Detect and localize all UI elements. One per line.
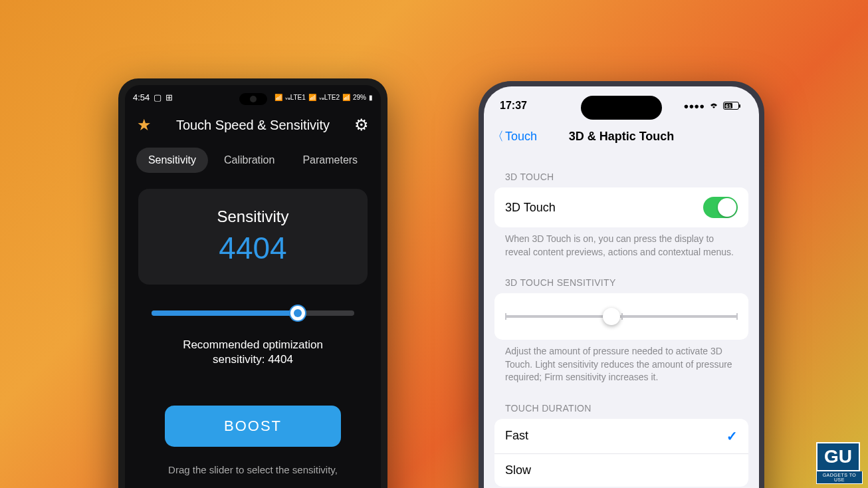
- iphone-device-frame: 17:37 ●●●● 61 〈 Touch 3D & Haptic Touch …: [479, 81, 764, 488]
- slider-tick: [736, 313, 738, 320]
- tab-calibration[interactable]: Calibration: [212, 148, 286, 173]
- wifi-icon: [708, 101, 719, 111]
- row-label: 3D Touch: [505, 201, 556, 215]
- recommendation-text: Recommended optimization sensitivity: 44…: [125, 331, 381, 374]
- section-header-duration: TOUCH DURATION: [484, 384, 759, 419]
- slider-tick: [621, 313, 623, 320]
- chevron-left-icon: 〈: [492, 128, 504, 144]
- watermark: GU GADGETS TO USE: [816, 442, 863, 484]
- signal-icon: ●●●●: [684, 101, 705, 111]
- nav-title: 3D & Haptic Touch: [569, 130, 675, 144]
- back-button[interactable]: 〈 Touch: [492, 128, 537, 144]
- row-3d-touch[interactable]: 3D Touch: [494, 187, 748, 227]
- slider-tick: [505, 313, 506, 320]
- battery-text: 29%: [353, 94, 366, 101]
- option-label: Slow: [505, 463, 531, 477]
- tab-bar: Sensitivity Calibration Parameters: [125, 141, 381, 180]
- tab-parameters[interactable]: Parameters: [290, 148, 370, 173]
- drag-hint: Drag the slider to select the sensitivit…: [125, 447, 381, 475]
- sensitivity-slider[interactable]: [152, 303, 354, 323]
- rec-line1: Recommended optimization: [183, 338, 323, 351]
- app-icon: ⊞: [165, 92, 173, 102]
- option-label: Fast: [505, 429, 528, 443]
- dynamic-island: [581, 96, 662, 120]
- slider-thumb[interactable]: [603, 308, 620, 325]
- footer-sensitivity: Adjust the amount of pressure needed to …: [484, 340, 759, 384]
- tab-sensitivity[interactable]: Sensitivity: [136, 148, 208, 173]
- sensitivity-value: 4404: [152, 230, 354, 266]
- ios-sensitivity-slider[interactable]: [505, 308, 738, 325]
- volte2-icon: ᵥₒLTE2: [319, 94, 340, 101]
- app-title: Touch Speed & Sensitivity: [152, 118, 354, 133]
- sensitivity-slider-row: [494, 293, 748, 340]
- duration-option-fast[interactable]: Fast ✓: [494, 419, 748, 454]
- section-header-3d-touch: 3D TOUCH: [484, 153, 759, 187]
- ios-nav-bar: 〈 Touch 3D & Haptic Touch: [484, 125, 759, 153]
- status-time: 4:54: [133, 92, 150, 102]
- signal-icon: 📶: [308, 94, 316, 101]
- android-screen: 4:54 ▢ ⊞ 📶 ᵥₒLTE1 📶 ᵥₒLTE2 📶 29% ▮ ★ Tou…: [125, 85, 381, 488]
- android-device-frame: 4:54 ▢ ⊞ 📶 ᵥₒLTE1 📶 ᵥₒLTE2 📶 29% ▮ ★ Tou…: [118, 78, 387, 488]
- sensitivity-card: Sensitivity 4404: [138, 189, 368, 285]
- star-icon[interactable]: ★: [137, 116, 152, 134]
- wifi-icon: 📶: [274, 94, 282, 101]
- slider-fill: [152, 310, 294, 316]
- battery-level: 61: [724, 103, 732, 108]
- iphone-screen: 17:37 ●●●● 61 〈 Touch 3D & Haptic Touch …: [484, 86, 759, 488]
- watermark-logo: GU: [816, 442, 860, 471]
- battery-icon: ▮: [369, 94, 373, 101]
- toggle-3d-touch[interactable]: [703, 197, 738, 218]
- volte-icon: ᵥₒLTE1: [285, 94, 306, 101]
- duration-option-slow[interactable]: Slow: [494, 454, 748, 487]
- battery-icon: 61: [723, 102, 739, 110]
- rec-line2: sensitivity: 4404: [213, 353, 293, 366]
- section-header-sensitivity: 3D TOUCH SENSITIVITY: [484, 259, 759, 293]
- checkmark-icon: ✓: [726, 428, 738, 444]
- watermark-tagline: GADGETS TO USE: [816, 471, 863, 484]
- slider-thumb[interactable]: [289, 305, 306, 322]
- android-camera-cutout: [239, 93, 267, 105]
- footer-3d-touch: When 3D Touch is on, you can press the d…: [484, 227, 759, 259]
- gear-icon[interactable]: ⚙: [354, 116, 369, 134]
- gallery-icon: ▢: [154, 92, 162, 102]
- duration-list: Fast ✓ Slow: [494, 419, 748, 487]
- status-time: 17:37: [500, 100, 527, 112]
- boost-button[interactable]: BOOST: [165, 406, 341, 447]
- back-label: Touch: [505, 130, 537, 144]
- app-header: ★ Touch Speed & Sensitivity ⚙: [125, 109, 381, 141]
- sensitivity-label: Sensitivity: [152, 207, 354, 226]
- signal2-icon: 📶: [342, 94, 350, 101]
